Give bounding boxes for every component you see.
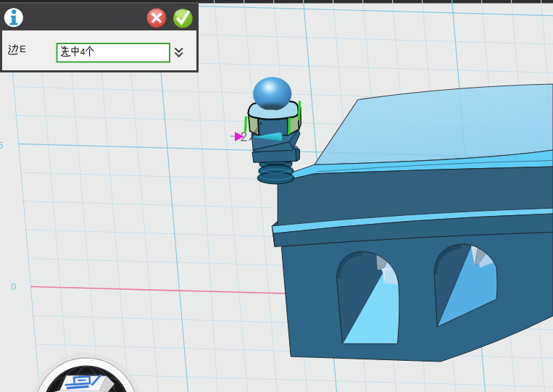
svg-text:2: 2 (241, 130, 248, 144)
svg-text:E: E (20, 43, 26, 54)
svg-text:5: 5 (0, 140, 3, 151)
svg-text:0: 0 (11, 281, 16, 292)
svg-text:4: 4 (80, 47, 86, 57)
